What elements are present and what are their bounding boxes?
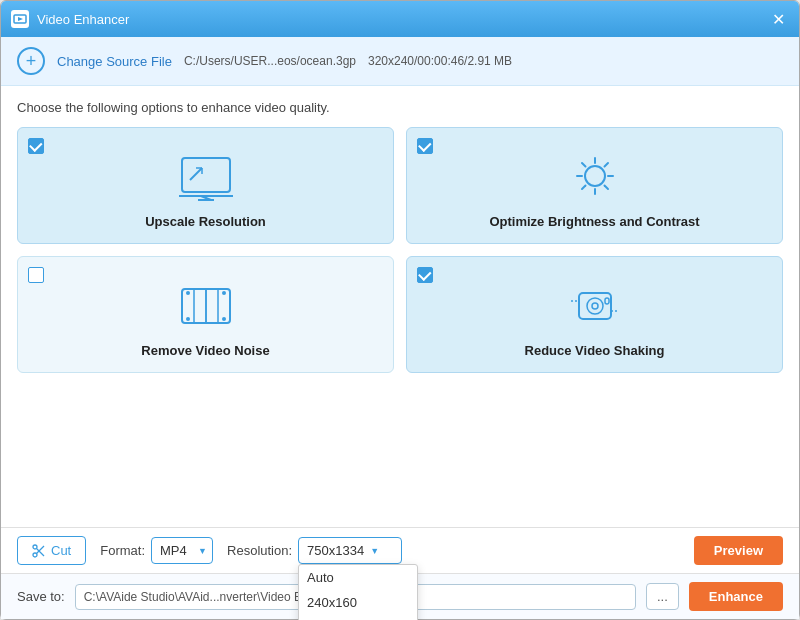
enhance-button[interactable]: Enhance — [689, 582, 783, 611]
instruction-text: Choose the following options to enhance … — [17, 100, 783, 115]
resolution-list: Auto 240x160 320x240 480x320 640x360 640… — [299, 565, 417, 620]
svg-line-14 — [582, 163, 586, 167]
resolution-display[interactable]: 750x1334 ▼ — [298, 537, 402, 564]
svg-point-9 — [585, 166, 605, 186]
resolution-group: Resolution: 750x1334 ▼ Auto 240x160 320x… — [227, 537, 402, 564]
svg-point-23 — [222, 291, 226, 295]
resolution-option-240x160[interactable]: 240x160 — [299, 590, 417, 615]
source-file-path: C:/Users/USER...eos/ocean.3gp — [184, 54, 356, 68]
option-label-shaking: Reduce Video Shaking — [525, 343, 665, 358]
title-bar: Video Enhancer ✕ — [1, 1, 799, 37]
resolution-arrow-icon: ▼ — [370, 546, 379, 556]
format-select[interactable]: MP4 AVI MOV MKV — [151, 537, 213, 564]
resolution-label: Resolution: — [227, 543, 292, 558]
option-label-upscale: Upscale Resolution — [145, 214, 266, 229]
option-card-brightness: Optimize Brightness and Contrast — [406, 127, 783, 244]
source-bar: + Change Source File C:/Users/USER...eos… — [1, 37, 799, 86]
option-card-upscale: Upscale Resolution — [17, 127, 394, 244]
svg-rect-19 — [194, 289, 206, 323]
svg-rect-28 — [605, 298, 609, 304]
svg-marker-1 — [18, 17, 23, 21]
brightness-icon — [565, 152, 625, 206]
format-group: Format: MP4 AVI MOV MKV — [100, 537, 213, 564]
option-label-noise: Remove Video Noise — [141, 343, 269, 358]
save-label: Save to: — [17, 589, 65, 604]
svg-point-24 — [222, 317, 226, 321]
svg-line-6 — [190, 168, 202, 180]
resolution-option-auto[interactable]: Auto — [299, 565, 417, 590]
noise-icon — [176, 281, 236, 335]
scissors-icon — [32, 544, 46, 558]
resolution-option-320x240[interactable]: 320x240 — [299, 615, 417, 620]
add-source-button[interactable]: + — [17, 47, 45, 75]
format-label: Format: — [100, 543, 145, 558]
shaking-icon — [565, 281, 625, 335]
option-label-brightness: Optimize Brightness and Contrast — [489, 214, 699, 229]
main-window: Video Enhancer ✕ + Change Source File C:… — [0, 0, 800, 620]
options-grid: Upscale Resolution — [17, 127, 783, 373]
content-area: Choose the following options to enhance … — [1, 86, 799, 527]
window-title: Video Enhancer — [37, 12, 129, 27]
cut-button[interactable]: Cut — [17, 536, 86, 565]
svg-point-26 — [587, 298, 603, 314]
svg-rect-25 — [579, 293, 611, 319]
app-icon — [11, 10, 29, 28]
close-button[interactable]: ✕ — [767, 8, 789, 30]
resolution-value: 750x1334 — [307, 543, 364, 558]
format-select-wrapper: MP4 AVI MOV MKV — [151, 537, 213, 564]
checkbox-noise[interactable] — [28, 267, 44, 283]
bottom-bar: Cut Format: MP4 AVI MOV MKV Resolution: … — [1, 527, 799, 573]
svg-rect-2 — [182, 158, 230, 192]
svg-point-32 — [33, 545, 37, 549]
browse-button[interactable]: ... — [646, 583, 679, 610]
upscale-icon — [176, 152, 236, 206]
svg-point-22 — [186, 317, 190, 321]
preview-button[interactable]: Preview — [694, 536, 783, 565]
option-card-shaking: Reduce Video Shaking — [406, 256, 783, 373]
checkbox-upscale[interactable] — [28, 138, 44, 154]
svg-line-15 — [604, 186, 608, 190]
change-source-label[interactable]: Change Source File — [57, 54, 172, 69]
option-card-noise: Remove Video Noise — [17, 256, 394, 373]
source-file-meta: 320x240/00:00:46/2.91 MB — [368, 54, 512, 68]
checkbox-brightness[interactable] — [417, 138, 433, 154]
checkbox-shaking[interactable] — [417, 267, 433, 283]
svg-rect-20 — [206, 289, 218, 323]
svg-line-17 — [582, 186, 586, 190]
resolution-dropdown-wrapper: 750x1334 ▼ Auto 240x160 320x240 480x320 … — [298, 537, 402, 564]
svg-point-21 — [186, 291, 190, 295]
svg-point-31 — [33, 553, 37, 557]
title-bar-left: Video Enhancer — [11, 10, 129, 28]
svg-point-27 — [592, 303, 598, 309]
svg-line-16 — [604, 163, 608, 167]
resolution-dropdown: Auto 240x160 320x240 480x320 640x360 640… — [298, 564, 418, 620]
